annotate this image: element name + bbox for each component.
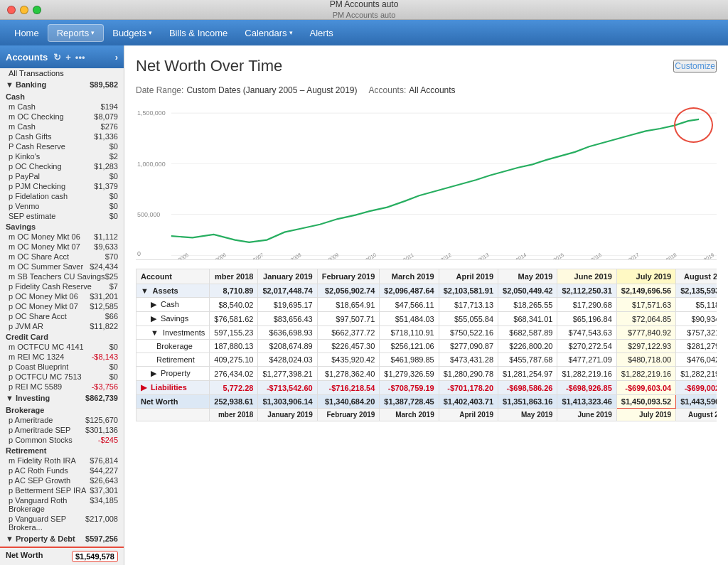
investments-label: ▼ Investments	[136, 326, 210, 340]
nav-home-label: Home	[14, 28, 39, 38]
table-row-liabilities: ▶ Liabilities 5,772.28 -$713,542.60 -$71…	[136, 381, 717, 395]
sidebar-item-all-transactions[interactable]: All Transactions	[0, 68, 124, 78]
assets-apr: $2,103,581.91	[439, 284, 498, 298]
sidebar-item-m-oc-share[interactable]: m OC Share Acct$70	[0, 252, 124, 262]
sidebar-item-p-cash-reserve[interactable]: P Cash Reserve$0	[0, 141, 124, 151]
sidebar-property-header[interactable]: ▼ Property & Debt $597,256	[0, 532, 124, 545]
all-transactions-label: All Transactions	[9, 69, 64, 77]
app-subtitle: PM Accounts auto	[333, 10, 396, 20]
more-icon[interactable]: •••	[75, 52, 85, 63]
sidebar-item-m-oc-mkt07[interactable]: m OC Money Mkt 07$9,633	[0, 242, 124, 252]
sidebar-item-p-jvm-ar[interactable]: p JVM AR$11,822	[0, 321, 124, 331]
chart-container: 1,500,000 1,000,000 500,000 0 Jan 2005 J…	[136, 104, 717, 260]
sidebar-item-p-oc-share[interactable]: p OC Share Acct$66	[0, 311, 124, 321]
customize-button[interactable]: Customize	[673, 60, 717, 72]
sidebar-item-p-oc-mkt06[interactable]: p OC Money Mkt 06$31,201	[0, 291, 124, 301]
sidebar-item-p-ameritrade-sep[interactable]: p Ameritrade SEP$301,136	[0, 425, 124, 435]
nav-alerts[interactable]: Alerts	[301, 25, 342, 41]
date-range-value: Custom Dates (January 2005 – August 2019…	[186, 85, 357, 95]
sidebar-cash-section: Cash	[0, 91, 124, 102]
sidebar-item-p-rei-5589[interactable]: p REI MC 5589-$3,756	[0, 382, 124, 392]
sidebar-item-m-oc-mkt06[interactable]: m OC Money Mkt 06$1,112	[0, 232, 124, 242]
sidebar-item-p-oc-checking[interactable]: p OC Checking$1,283	[0, 161, 124, 171]
col-account: Account	[136, 269, 210, 284]
table-row-retirement: Retirement 409,275.10 $428,024.03 $435,9…	[136, 353, 717, 367]
sidebar-investing-header[interactable]: ▼ Investing $862,739	[0, 392, 124, 404]
sidebar-retirement-section: Retirement	[0, 445, 124, 456]
sidebar-item-p-ac-roth[interactable]: p AC Roth Funds$44,227	[0, 466, 124, 475]
minimize-button[interactable]	[20, 6, 28, 14]
sidebar-item-sep-estimate[interactable]: SEP estimate$0	[0, 211, 124, 221]
brokerage-label: Brokerage	[136, 340, 210, 353]
date-range-filter: Date Range: Custom Dates (January 2005 –…	[136, 85, 358, 95]
sidebar-item-m-fidelity-roth[interactable]: m Fidelity Roth IRA$76,814	[0, 456, 124, 466]
assets-may: $2,050,449.42	[498, 284, 557, 298]
assets-jun: $2,112,250.31	[557, 284, 616, 298]
nav-budgets[interactable]: Budgets ▾	[104, 25, 161, 41]
sidebar-item-p-venmo[interactable]: p Venmo$0	[0, 201, 124, 211]
close-button[interactable]	[7, 6, 16, 14]
refresh-icon[interactable]: ↻	[53, 52, 61, 63]
table-row-property: ▶ Property 276,434.02 $1,277,398.21 $1,2…	[136, 367, 717, 381]
assets-jan: $2,017,448.74	[258, 284, 317, 298]
date-range-label: Date Range:	[136, 85, 183, 95]
net-worth-label: Net Worth	[136, 395, 210, 409]
sidebar-item-p-vanguard-sep[interactable]: p Vanguard SEP Brokera...$217,008	[0, 514, 124, 532]
sidebar-item-p-ac-sep[interactable]: p AC SEP Growth$26,643	[0, 475, 124, 485]
sidebar-item-p-vanguard-roth[interactable]: p Vanguard Roth Brokerage$34,185	[0, 495, 124, 514]
sidebar-item-p-betterment[interactable]: p Betterment SEP IRA$37,301	[0, 485, 124, 495]
add-icon[interactable]: +	[65, 52, 71, 63]
sidebar-item-m-cash[interactable]: m Cash$194	[0, 102, 124, 112]
col-jun2019: June 2019	[557, 269, 616, 284]
cash-label: ▶ Cash	[136, 298, 210, 312]
accounts-filter: Accounts: All Accounts	[369, 85, 456, 95]
table-header-row: Account mber 2018 January 2019 February …	[136, 269, 717, 284]
sidebar-item-p-coast[interactable]: p Coast Blueprint$0	[0, 362, 124, 372]
sidebar-item-p-octfcu-7513[interactable]: p OCTFCU MC 7513$0	[0, 372, 124, 382]
table-row-net-worth: Net Worth 252,938.61 $1,303,906.14 $1,34…	[136, 395, 717, 409]
sidebar-icons[interactable]: ↻ + •••	[53, 52, 85, 63]
nav-budgets-label: Budgets	[112, 28, 146, 38]
sidebar-item-p-oc-mkt07[interactable]: p OC Money Mkt 07$12,585	[0, 301, 124, 311]
net-worth-bar: Net Worth $1,549,578	[0, 547, 124, 565]
filters: Date Range: Custom Dates (January 2005 –…	[136, 85, 717, 95]
sidebar-item-m-sb-teachers[interactable]: m SB Teachers CU Savings$25	[0, 271, 124, 281]
sidebar-banking-header[interactable]: ▼ Banking $89,582	[0, 78, 124, 91]
banking-label: ▼ Banking	[6, 80, 46, 89]
nav-home[interactable]: Home	[6, 25, 48, 41]
nav-reports[interactable]: Reports ▾	[48, 24, 105, 42]
nav-reports-label: Reports	[57, 28, 90, 38]
sidebar-item-p-common-stocks[interactable]: p Common Stocks-$245	[0, 435, 124, 445]
sidebar-item-m-octfcu-4141[interactable]: m OCTFCU MC 4141$0	[0, 342, 124, 352]
window-controls[interactable]	[7, 6, 41, 14]
sidebar-item-m-rei-1324[interactable]: m REI MC 1324-$8,143	[0, 352, 124, 362]
maximize-button[interactable]	[33, 6, 41, 14]
property-label: ▶ Property	[136, 367, 210, 381]
net-worth-label: Net Worth	[6, 551, 43, 562]
sidebar-item-p-kinkos[interactable]: p Kinko's$2	[0, 151, 124, 161]
sidebar-item-m-cash2[interactable]: m Cash$276	[0, 122, 124, 131]
sidebar-item-p-pjm-checking[interactable]: p PJM Checking$1,379	[0, 181, 124, 191]
liabilities-label: ▶ Liabilities	[136, 381, 210, 395]
footer-empty	[136, 409, 210, 421]
table-row-investments: ▼ Investments 597,155.23 $636,698.93 $66…	[136, 326, 717, 340]
chevron-right-icon[interactable]: ›	[115, 52, 118, 63]
col-dec2018: mber 2018	[210, 269, 258, 284]
property-total: $597,256	[85, 534, 118, 543]
svg-text:1,000,000: 1,000,000	[137, 159, 166, 168]
sidebar-item-m-oc-summer[interactable]: m OC Summer Saver$24,434	[0, 262, 124, 271]
nav-calendars[interactable]: Calendars ▾	[236, 25, 301, 41]
sidebar-item-p-paypal[interactable]: p PayPal$0	[0, 171, 124, 181]
chevron-down-icon: ▾	[91, 29, 95, 36]
sidebar-item-p-fidelity-cash[interactable]: p Fidelity Cash Reserve$7	[0, 281, 124, 291]
nav-bills[interactable]: Bills & Income	[161, 25, 236, 41]
sidebar-item-m-oc-checking[interactable]: m OC Checking$8,079	[0, 112, 124, 122]
navbar: Home Reports ▾ Budgets ▾ Bills & Income …	[0, 20, 728, 45]
sidebar-item-p-cash-gifts[interactable]: p Cash Gifts$1,336	[0, 131, 124, 141]
sidebar-item-p-ameritrade[interactable]: p Ameritrade$125,670	[0, 415, 124, 425]
table-footer-row: mber 2018 January 2019 February 2019 Mar…	[136, 409, 717, 421]
table-row-brokerage: Brokerage 187,880.13 $208,674.89 $226,45…	[136, 340, 717, 353]
assets-feb: $2,056,902.74	[317, 284, 380, 298]
sidebar-item-p-fidelation[interactable]: p Fidelation cash$0	[0, 191, 124, 201]
table-row-assets: ▼ Assets 8,710.89 $2,017,448.74 $2,056,9…	[136, 284, 717, 298]
